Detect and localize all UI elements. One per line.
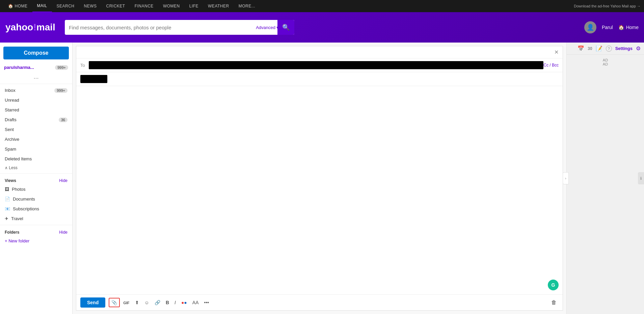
ad-box: AD AD (567, 55, 644, 70)
sidebar-item-sent[interactable]: Sent (0, 125, 72, 134)
note-icon[interactable]: 📝 (596, 45, 602, 52)
sidebar: Compose parulsharma... 999+ ... Inbox 99… (0, 43, 73, 314)
settings-link[interactable]: Settings (615, 46, 633, 51)
home-icon: 🏠 (8, 4, 14, 8)
search-icon: 🔍 (282, 24, 290, 31)
nav-more[interactable]: MORE... (234, 0, 260, 12)
photos-item-left: 🖼 Photos (5, 187, 25, 192)
more-icon: ••• (204, 300, 209, 305)
home-button[interactable]: 🏠 Home (618, 25, 639, 30)
travel-icon: ✈ (5, 216, 8, 221)
link-icon: 🔗 (155, 300, 160, 305)
compose-header: ✕ (76, 46, 563, 58)
font-size-icon: AA (192, 300, 199, 305)
insert-button[interactable]: ⬆ (133, 298, 141, 307)
italic-button[interactable]: I (172, 298, 178, 307)
search-button[interactable]: 🔍 (277, 20, 294, 35)
gif-button[interactable]: GIF (121, 298, 131, 307)
nav-life[interactable]: LIFE (185, 0, 203, 12)
sidebar-divider-2 (0, 173, 72, 174)
right-panel-toolbar: 📅 30 📝 ? Settings ⚙ (567, 43, 644, 55)
compose-to-input[interactable] (89, 61, 543, 69)
search-input[interactable] (69, 25, 253, 30)
nav-women[interactable]: WOMEN (158, 0, 185, 12)
avatar[interactable]: 👤 (584, 21, 596, 33)
compose-window: ✕ To Cc / Bcc G Send 📎 (76, 46, 563, 311)
compose-subject-input[interactable] (80, 75, 107, 83)
main-layout: Compose parulsharma... 999+ ... Inbox 99… (0, 43, 644, 314)
inbox-count: 999+ (54, 88, 68, 93)
insert-icon: ⬆ (135, 300, 139, 305)
attach-button[interactable]: 📎 (109, 298, 120, 307)
color-button[interactable]: ●● (179, 298, 189, 307)
content-area: ✕ To Cc / Bcc G Send 📎 (73, 43, 566, 314)
font-size-button[interactable]: AA (190, 298, 201, 307)
ad-sublabel: AD (570, 62, 641, 66)
views-section-header: Views Hide (0, 175, 72, 184)
compose-subject-row (76, 72, 563, 86)
sidebar-item-unread[interactable]: Unread (0, 95, 72, 105)
delete-compose-button[interactable]: 🗑 (549, 298, 559, 307)
link-button[interactable]: 🔗 (153, 298, 162, 307)
nav-mail[interactable]: MAIL (32, 0, 52, 12)
grammarly-button[interactable]: G (548, 280, 559, 290)
username-label[interactable]: Parul (602, 25, 613, 30)
sidebar-more-dots[interactable]: ... (0, 73, 72, 82)
nav-cricket[interactable]: CRICKET (102, 0, 130, 12)
panel-collapse-button[interactable]: › (563, 172, 569, 184)
sidebar-item-subscriptions[interactable]: 📧 Subscriptions (0, 204, 72, 214)
sidebar-item-drafts[interactable]: Drafts 36 (0, 115, 72, 125)
compose-close-button[interactable]: ✕ (554, 49, 559, 55)
documents-item-left: 📄 Documents (5, 197, 35, 202)
more-toolbar-button[interactable]: ••• (202, 298, 211, 307)
info-button[interactable]: ℹ (638, 172, 644, 184)
sidebar-email: parulsharma... (4, 65, 34, 70)
nav-finance[interactable]: FINANCE (130, 0, 158, 12)
sidebar-item-inbox[interactable]: Inbox 999+ (0, 85, 72, 95)
subscriptions-item-left: 📧 Subscriptions (5, 206, 39, 211)
sidebar-item-starred[interactable]: Starred (0, 105, 72, 115)
count-icon[interactable]: 30 (588, 46, 592, 51)
delete-icon: 🗑 (551, 299, 557, 305)
sidebar-item-documents[interactable]: 📄 Documents (0, 194, 72, 204)
nav-weather[interactable]: WEATHER (203, 0, 234, 12)
sidebar-less-toggle[interactable]: ∧ Less (0, 164, 72, 172)
bold-button[interactable]: B (164, 298, 171, 307)
subscriptions-icon: 📧 (5, 206, 10, 211)
folders-hide-button[interactable]: Hide (59, 230, 68, 235)
bold-icon: B (166, 300, 169, 305)
nav-search[interactable]: SEARCH (52, 0, 79, 12)
sidebar-item-archive[interactable]: Archive (0, 134, 72, 144)
calendar-icon[interactable]: 📅 (578, 45, 584, 52)
promo-link[interactable]: Download the ad-free Yahoo Mail app → (574, 4, 641, 8)
compose-body[interactable]: G (76, 86, 563, 294)
sidebar-divider (0, 84, 72, 84)
photos-icon: 🖼 (5, 187, 9, 192)
send-button[interactable]: Send (80, 297, 105, 308)
compose-cc-bcc-button[interactable]: Cc / Bcc (543, 63, 559, 68)
sidebar-item-spam[interactable]: Spam (0, 144, 72, 154)
new-folder-button[interactable]: + New folder (0, 236, 72, 246)
travel-item-left: ✈ Travel (5, 216, 23, 221)
search-bar: Advanced ▾ 🔍 (65, 20, 294, 35)
settings-gear-icon[interactable]: ⚙ (636, 45, 641, 52)
emoji-button[interactable]: ☺ (142, 298, 151, 307)
folders-section-header: Folders Hide (0, 227, 72, 236)
compose-toolbar: Send 📎 GIF ⬆ ☺ 🔗 B (76, 294, 563, 310)
nav-home[interactable]: 🏠 HOME (3, 0, 32, 12)
nav-news[interactable]: NEWS (79, 0, 102, 12)
compose-button[interactable]: Compose (3, 47, 69, 59)
views-hide-button[interactable]: Hide (59, 178, 68, 183)
help-icon[interactable]: ? (606, 46, 612, 52)
right-panel: 📅 30 📝 ? Settings ⚙ AD AD › ℹ (566, 43, 644, 314)
top-navigation: 🏠 HOME MAIL SEARCH NEWS CRICKET FINANCE … (0, 0, 644, 12)
compose-to-row: To Cc / Bcc (76, 58, 563, 72)
sidebar-divider-3 (0, 225, 72, 225)
sidebar-item-deleted[interactable]: Deleted Items (0, 154, 72, 164)
sidebar-item-travel[interactable]: ✈ Travel (0, 214, 72, 224)
sidebar-item-photos[interactable]: 🖼 Photos (0, 184, 72, 194)
inbox-badge: 999+ (55, 65, 68, 70)
yahoo-logo: yahoo!mail (5, 22, 59, 33)
header: yahoo!mail Advanced ▾ 🔍 👤 Parul 🏠 Home (0, 12, 644, 43)
compose-to-label: To (80, 63, 89, 68)
